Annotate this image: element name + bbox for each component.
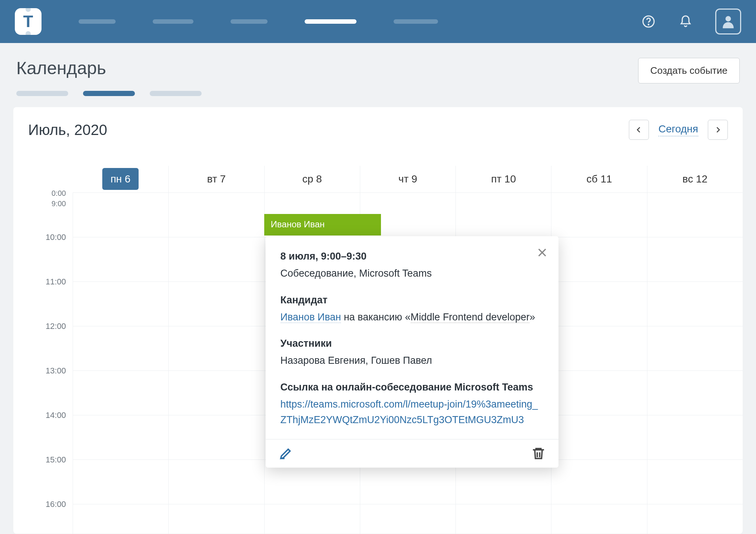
- day-header-thu[interactable]: чт 9: [360, 166, 455, 192]
- time-label-16: 16:00: [13, 500, 73, 534]
- popover-datetime: 8 июля, 9:00–9:30: [281, 249, 544, 264]
- topbar: T: [0, 0, 756, 43]
- day-header-tue[interactable]: вт 7: [168, 166, 264, 192]
- profile-button[interactable]: [715, 9, 741, 34]
- create-event-button[interactable]: Создать событие: [638, 58, 740, 83]
- popover-participants-heading: Участники: [281, 336, 544, 352]
- nav-item-1[interactable]: [79, 19, 116, 24]
- slot-tue-15[interactable]: [168, 459, 264, 504]
- help-icon[interactable]: [641, 14, 656, 29]
- time-label-14: 14:00: [13, 411, 73, 455]
- logo-letter: T: [23, 12, 33, 31]
- popover-footer: [266, 439, 558, 468]
- slot-tue-10[interactable]: [168, 237, 264, 281]
- subtab-3[interactable]: [150, 91, 202, 96]
- slot-sun-12[interactable]: [647, 326, 743, 370]
- calendar-event[interactable]: Иванов Иван: [264, 214, 381, 235]
- next-week-button[interactable]: [708, 120, 728, 140]
- nav-item-3[interactable]: [231, 19, 268, 24]
- popover-subject: Собеседование, Microsoft Teams: [281, 266, 544, 281]
- meeting-url-link[interactable]: https://teams.microsoft.com/l/meetup-joi…: [281, 397, 544, 428]
- slot-mon-15[interactable]: [73, 459, 168, 504]
- slot-tue-9[interactable]: [168, 192, 264, 237]
- calendar-panel: Июль, 2020 Сегодня пн 6 вт 7 ср 8 чт 9 п…: [13, 107, 743, 534]
- slot-sat-16[interactable]: [551, 504, 647, 534]
- close-icon[interactable]: [536, 247, 548, 258]
- slot-tue-14[interactable]: [168, 415, 264, 459]
- calendar-panel-header: Июль, 2020 Сегодня: [13, 120, 743, 151]
- nav-item-2[interactable]: [153, 19, 193, 24]
- slot-sun-15[interactable]: [647, 459, 743, 504]
- trash-icon[interactable]: [531, 446, 546, 461]
- slot-wed-16[interactable]: [264, 504, 360, 534]
- slot-tue-12[interactable]: [168, 326, 264, 370]
- slot-sun-10[interactable]: [647, 237, 743, 281]
- event-title: Иванов Иван: [271, 219, 325, 229]
- slot-mon-11[interactable]: [73, 281, 168, 326]
- time-label-12: 12:00: [13, 322, 73, 366]
- popover-candidate-line: Иванов Иван на вакансию «Middle Frontend…: [281, 310, 544, 325]
- popover-candidate-heading: Кандидат: [281, 293, 544, 308]
- vacancy-link[interactable]: Middle Frontend developer: [411, 312, 530, 323]
- slot-mon-12[interactable]: [73, 326, 168, 370]
- time-label-13: 13:00: [13, 366, 73, 411]
- slot-sat-15[interactable]: [551, 459, 647, 504]
- popover-link-heading: Ссылка на онлайн-собеседование Microsoft…: [281, 380, 544, 395]
- month-label: Июль, 2020: [28, 122, 107, 138]
- page-title: Календарь: [16, 58, 106, 78]
- slot-tue-13[interactable]: [168, 370, 264, 415]
- subtab-2-active[interactable]: [83, 91, 135, 96]
- time-label-10: 10:00: [13, 233, 73, 277]
- today-link[interactable]: Сегодня: [659, 123, 698, 136]
- slot-mon-10[interactable]: [73, 237, 168, 281]
- slot-sun-9[interactable]: [647, 192, 743, 237]
- edit-icon[interactable]: [278, 446, 293, 461]
- day-header-wed[interactable]: ср 8: [264, 166, 360, 192]
- day-header-row: пн 6 вт 7 ср 8 чт 9 пт 10 сб 11 вс 12: [13, 166, 743, 192]
- slot-mon-16[interactable]: [73, 504, 168, 534]
- slot-sun-14[interactable]: [647, 415, 743, 459]
- slot-tue-11[interactable]: [168, 281, 264, 326]
- slot-sat-12[interactable]: [551, 326, 647, 370]
- day-header-sun[interactable]: вс 12: [647, 166, 743, 192]
- calendar-grid: 0:00 9:00 10:00 11:00 12:00 13:00: [13, 192, 743, 534]
- prev-week-button[interactable]: [629, 120, 649, 140]
- time-label-11: 11:00: [13, 277, 73, 322]
- event-popover: 8 июля, 9:00–9:30 Собеседование, Microso…: [266, 236, 558, 468]
- slot-sun-13[interactable]: [647, 370, 743, 415]
- slot-tue-16[interactable]: [168, 504, 264, 534]
- svg-point-2: [726, 16, 731, 22]
- subtabs: [16, 91, 740, 96]
- nav-item-5[interactable]: [394, 19, 438, 24]
- svg-point-1: [648, 24, 649, 25]
- subtab-1[interactable]: [16, 91, 68, 96]
- slot-sun-16[interactable]: [647, 504, 743, 534]
- slot-sat-14[interactable]: [551, 415, 647, 459]
- day-header-mon[interactable]: пн 6: [73, 166, 168, 192]
- slot-sun-11[interactable]: [647, 281, 743, 326]
- slot-sat-9[interactable]: [551, 192, 647, 237]
- page-header: Календарь Создать событие: [0, 43, 756, 96]
- slot-fri-16[interactable]: [455, 504, 551, 534]
- slot-sat-11[interactable]: [551, 281, 647, 326]
- bell-icon[interactable]: [678, 14, 693, 29]
- app-logo[interactable]: T: [15, 8, 42, 35]
- day-header-fri[interactable]: пт 10: [455, 166, 551, 192]
- slot-mon-13[interactable]: [73, 370, 168, 415]
- slot-fri-9[interactable]: [455, 192, 551, 237]
- slot-thu-16[interactable]: [360, 504, 455, 534]
- slot-mon-14[interactable]: [73, 415, 168, 459]
- popover-participants: Назарова Евгения, Гошев Павел: [281, 353, 544, 369]
- time-label-9: 0:00 9:00: [13, 188, 73, 233]
- slot-mon-9[interactable]: [73, 192, 168, 237]
- day-header-sat[interactable]: сб 11: [551, 166, 647, 192]
- slot-sat-10[interactable]: [551, 237, 647, 281]
- candidate-link[interactable]: Иванов Иван: [281, 312, 341, 323]
- nav-item-4-active[interactable]: [305, 19, 357, 24]
- time-label-15: 15:00: [13, 455, 73, 500]
- slot-sat-13[interactable]: [551, 370, 647, 415]
